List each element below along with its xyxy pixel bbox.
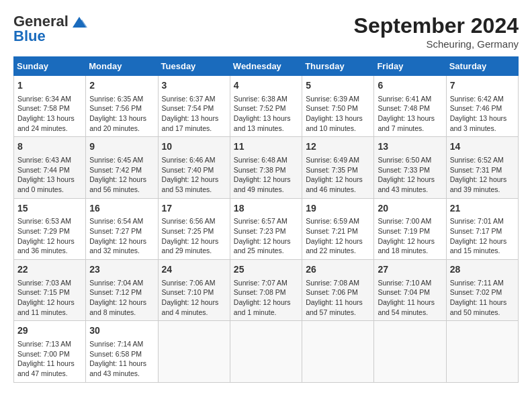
calendar-cell: 30Sunrise: 7:14 AM Sunset: 6:58 PM Dayli… xyxy=(86,321,158,382)
calendar-cell: 8Sunrise: 6:43 AM Sunset: 7:44 PM Daylig… xyxy=(14,137,86,198)
cell-details: Sunrise: 6:37 AM Sunset: 7:54 PM Dayligh… xyxy=(162,94,226,134)
month-title: September 2024 xyxy=(354,13,519,38)
calendar-cell: 7Sunrise: 6:42 AM Sunset: 7:46 PM Daylig… xyxy=(446,76,518,137)
cell-details: Sunrise: 6:41 AM Sunset: 7:48 PM Dayligh… xyxy=(378,94,442,134)
cell-details: Sunrise: 6:49 AM Sunset: 7:35 PM Dayligh… xyxy=(306,155,370,195)
day-number: 12 xyxy=(306,140,370,154)
cell-details: Sunrise: 6:34 AM Sunset: 7:58 PM Dayligh… xyxy=(17,94,82,134)
calendar-week-row: 29Sunrise: 7:13 AM Sunset: 7:00 PM Dayli… xyxy=(14,321,519,382)
day-number: 1 xyxy=(17,79,82,93)
calendar-cell: 26Sunrise: 7:08 AM Sunset: 7:06 PM Dayli… xyxy=(302,260,374,321)
day-number: 5 xyxy=(306,79,370,93)
calendar-cell: 14Sunrise: 6:52 AM Sunset: 7:31 PM Dayli… xyxy=(446,137,518,198)
calendar-cell xyxy=(158,321,230,382)
cell-details: Sunrise: 7:14 AM Sunset: 6:58 PM Dayligh… xyxy=(89,339,154,379)
calendar-cell: 6Sunrise: 6:41 AM Sunset: 7:48 PM Daylig… xyxy=(374,76,446,137)
logo-icon xyxy=(70,15,89,29)
calendar-cell: 17Sunrise: 6:56 AM Sunset: 7:25 PM Dayli… xyxy=(158,198,230,259)
day-number: 19 xyxy=(306,202,370,216)
cell-details: Sunrise: 6:52 AM Sunset: 7:31 PM Dayligh… xyxy=(450,155,515,195)
day-number: 11 xyxy=(234,140,298,154)
calendar-cell: 24Sunrise: 7:06 AM Sunset: 7:10 PM Dayli… xyxy=(158,260,230,321)
day-number: 8 xyxy=(17,140,82,154)
cell-details: Sunrise: 6:50 AM Sunset: 7:33 PM Dayligh… xyxy=(378,155,442,195)
calendar-table: SundayMondayTuesdayWednesdayThursdayFrid… xyxy=(13,56,519,383)
cell-details: Sunrise: 7:04 AM Sunset: 7:12 PM Dayligh… xyxy=(89,278,154,318)
calendar-cell: 1Sunrise: 6:34 AM Sunset: 7:58 PM Daylig… xyxy=(14,76,86,137)
day-number: 21 xyxy=(450,202,515,216)
calendar-week-row: 1Sunrise: 6:34 AM Sunset: 7:58 PM Daylig… xyxy=(14,76,519,137)
cell-details: Sunrise: 7:01 AM Sunset: 7:17 PM Dayligh… xyxy=(450,216,515,256)
cell-details: Sunrise: 7:13 AM Sunset: 7:00 PM Dayligh… xyxy=(17,339,82,379)
col-header-friday: Friday xyxy=(374,57,446,76)
col-header-wednesday: Wednesday xyxy=(230,57,302,76)
cell-details: Sunrise: 6:42 AM Sunset: 7:46 PM Dayligh… xyxy=(450,94,515,134)
cell-details: Sunrise: 6:56 AM Sunset: 7:25 PM Dayligh… xyxy=(162,216,226,256)
day-number: 26 xyxy=(306,263,370,277)
calendar-cell: 25Sunrise: 7:07 AM Sunset: 7:08 PM Dayli… xyxy=(230,260,302,321)
calendar-cell: 23Sunrise: 7:04 AM Sunset: 7:12 PM Dayli… xyxy=(86,260,158,321)
cell-details: Sunrise: 7:11 AM Sunset: 7:02 PM Dayligh… xyxy=(450,278,515,318)
calendar-cell: 2Sunrise: 6:35 AM Sunset: 7:56 PM Daylig… xyxy=(86,76,158,137)
calendar-cell: 11Sunrise: 6:48 AM Sunset: 7:38 PM Dayli… xyxy=(230,137,302,198)
calendar-header-row: SundayMondayTuesdayWednesdayThursdayFrid… xyxy=(14,57,519,76)
cell-details: Sunrise: 6:48 AM Sunset: 7:38 PM Dayligh… xyxy=(234,155,298,195)
header: General Blue September 2024 Scheuring, G… xyxy=(13,13,519,50)
cell-details: Sunrise: 7:08 AM Sunset: 7:06 PM Dayligh… xyxy=(306,278,370,318)
cell-details: Sunrise: 7:07 AM Sunset: 7:08 PM Dayligh… xyxy=(234,278,298,318)
col-header-sunday: Sunday xyxy=(14,57,86,76)
calendar-cell xyxy=(302,321,374,382)
cell-details: Sunrise: 6:38 AM Sunset: 7:52 PM Dayligh… xyxy=(234,94,298,134)
calendar-week-row: 22Sunrise: 7:03 AM Sunset: 7:15 PM Dayli… xyxy=(14,260,519,321)
calendar-cell: 13Sunrise: 6:50 AM Sunset: 7:33 PM Dayli… xyxy=(374,137,446,198)
calendar-cell xyxy=(230,321,302,382)
day-number: 27 xyxy=(378,263,442,277)
day-number: 23 xyxy=(89,263,154,277)
calendar-cell: 10Sunrise: 6:46 AM Sunset: 7:40 PM Dayli… xyxy=(158,137,230,198)
calendar-cell: 9Sunrise: 6:45 AM Sunset: 7:42 PM Daylig… xyxy=(86,137,158,198)
cell-details: Sunrise: 6:54 AM Sunset: 7:27 PM Dayligh… xyxy=(89,216,154,256)
day-number: 28 xyxy=(450,263,515,277)
day-number: 25 xyxy=(234,263,298,277)
col-header-tuesday: Tuesday xyxy=(158,57,230,76)
cell-details: Sunrise: 6:45 AM Sunset: 7:42 PM Dayligh… xyxy=(89,155,154,195)
cell-details: Sunrise: 6:35 AM Sunset: 7:56 PM Dayligh… xyxy=(89,94,154,134)
day-number: 15 xyxy=(17,202,82,216)
cell-details: Sunrise: 6:53 AM Sunset: 7:29 PM Dayligh… xyxy=(17,216,82,256)
day-number: 30 xyxy=(89,324,154,338)
day-number: 9 xyxy=(89,140,154,154)
cell-details: Sunrise: 6:39 AM Sunset: 7:50 PM Dayligh… xyxy=(306,94,370,134)
calendar-cell: 16Sunrise: 6:54 AM Sunset: 7:27 PM Dayli… xyxy=(86,198,158,259)
day-number: 24 xyxy=(162,263,226,277)
calendar-cell: 29Sunrise: 7:13 AM Sunset: 7:00 PM Dayli… xyxy=(14,321,86,382)
day-number: 4 xyxy=(234,79,298,93)
logo-blue: Blue xyxy=(13,28,89,44)
calendar-cell xyxy=(446,321,518,382)
col-header-thursday: Thursday xyxy=(302,57,374,76)
day-number: 14 xyxy=(450,140,515,154)
cell-details: Sunrise: 6:46 AM Sunset: 7:40 PM Dayligh… xyxy=(162,155,226,195)
calendar-cell: 4Sunrise: 6:38 AM Sunset: 7:52 PM Daylig… xyxy=(230,76,302,137)
title-area: September 2024 Scheuring, Germany xyxy=(354,13,519,50)
logo: General Blue xyxy=(13,13,89,44)
calendar-cell: 20Sunrise: 7:00 AM Sunset: 7:19 PM Dayli… xyxy=(374,198,446,259)
calendar-cell: 15Sunrise: 6:53 AM Sunset: 7:29 PM Dayli… xyxy=(14,198,86,259)
day-number: 17 xyxy=(162,202,226,216)
day-number: 2 xyxy=(89,79,154,93)
day-number: 3 xyxy=(162,79,226,93)
cell-details: Sunrise: 7:06 AM Sunset: 7:10 PM Dayligh… xyxy=(162,278,226,318)
day-number: 29 xyxy=(17,324,82,338)
day-number: 6 xyxy=(378,79,442,93)
calendar-week-row: 8Sunrise: 6:43 AM Sunset: 7:44 PM Daylig… xyxy=(14,137,519,198)
col-header-monday: Monday xyxy=(86,57,158,76)
calendar-cell: 19Sunrise: 6:59 AM Sunset: 7:21 PM Dayli… xyxy=(302,198,374,259)
day-number: 16 xyxy=(89,202,154,216)
calendar-cell: 5Sunrise: 6:39 AM Sunset: 7:50 PM Daylig… xyxy=(302,76,374,137)
calendar-cell xyxy=(374,321,446,382)
calendar-cell: 21Sunrise: 7:01 AM Sunset: 7:17 PM Dayli… xyxy=(446,198,518,259)
calendar-week-row: 15Sunrise: 6:53 AM Sunset: 7:29 PM Dayli… xyxy=(14,198,519,259)
cell-details: Sunrise: 6:59 AM Sunset: 7:21 PM Dayligh… xyxy=(306,216,370,256)
calendar-cell: 12Sunrise: 6:49 AM Sunset: 7:35 PM Dayli… xyxy=(302,137,374,198)
calendar-cell: 28Sunrise: 7:11 AM Sunset: 7:02 PM Dayli… xyxy=(446,260,518,321)
cell-details: Sunrise: 6:57 AM Sunset: 7:23 PM Dayligh… xyxy=(234,216,298,256)
